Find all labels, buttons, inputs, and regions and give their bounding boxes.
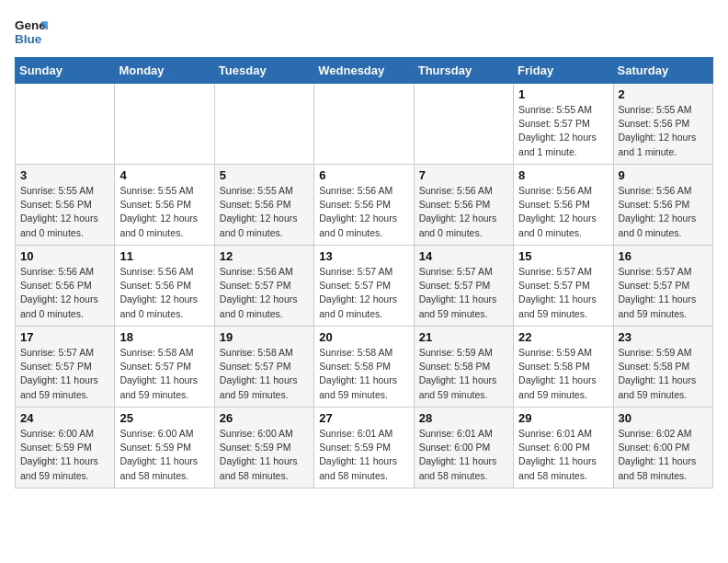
day-number: 14 xyxy=(419,249,508,263)
day-number: 26 xyxy=(220,411,309,425)
day-info: Sunrise: 5:59 AM Sunset: 5:58 PM Dayligh… xyxy=(619,346,708,402)
day-info: Sunrise: 5:55 AM Sunset: 5:56 PM Dayligh… xyxy=(119,184,209,240)
day-info: Sunrise: 5:58 AM Sunset: 5:57 PM Dayligh… xyxy=(220,346,309,402)
day-number: 9 xyxy=(619,168,708,182)
calendar-table: SundayMondayTuesdayWednesdayThursdayFrid… xyxy=(15,57,713,488)
day-number: 18 xyxy=(119,330,209,344)
day-number: 19 xyxy=(220,330,309,344)
calendar-cell: 14Sunrise: 5:57 AM Sunset: 5:57 PM Dayli… xyxy=(414,246,513,327)
day-number: 20 xyxy=(319,330,408,344)
svg-text:Blue: Blue xyxy=(15,32,42,46)
logo: General Blue xyxy=(15,15,48,48)
day-number: 17 xyxy=(20,330,109,344)
calendar-cell: 3Sunrise: 5:55 AM Sunset: 5:56 PM Daylig… xyxy=(16,165,115,246)
day-info: Sunrise: 5:57 AM Sunset: 5:57 PM Dayligh… xyxy=(20,346,109,402)
day-number: 4 xyxy=(119,168,209,182)
calendar-cell: 27Sunrise: 6:01 AM Sunset: 5:59 PM Dayli… xyxy=(314,408,414,488)
calendar-week-1: 1Sunrise: 5:55 AM Sunset: 5:57 PM Daylig… xyxy=(16,84,713,165)
day-info: Sunrise: 6:02 AM Sunset: 6:00 PM Dayligh… xyxy=(619,427,708,483)
calendar-cell xyxy=(314,84,414,165)
calendar-cell: 6Sunrise: 5:56 AM Sunset: 5:56 PM Daylig… xyxy=(314,165,414,246)
day-info: Sunrise: 5:57 AM Sunset: 5:57 PM Dayligh… xyxy=(619,265,708,321)
calendar-cell: 4Sunrise: 5:55 AM Sunset: 5:56 PM Daylig… xyxy=(115,165,214,246)
calendar-cell: 13Sunrise: 5:57 AM Sunset: 5:57 PM Dayli… xyxy=(314,246,414,327)
column-header-wednesday: Wednesday xyxy=(314,58,414,84)
column-header-friday: Friday xyxy=(514,58,613,84)
day-number: 5 xyxy=(220,168,309,182)
day-number: 10 xyxy=(20,249,109,263)
day-info: Sunrise: 5:56 AM Sunset: 5:56 PM Dayligh… xyxy=(20,265,109,321)
day-number: 12 xyxy=(220,249,309,263)
day-info: Sunrise: 5:56 AM Sunset: 5:56 PM Dayligh… xyxy=(518,184,608,240)
calendar-cell: 8Sunrise: 5:56 AM Sunset: 5:56 PM Daylig… xyxy=(514,165,613,246)
day-number: 3 xyxy=(20,168,109,182)
day-info: Sunrise: 5:56 AM Sunset: 5:56 PM Dayligh… xyxy=(419,184,508,240)
calendar-cell: 26Sunrise: 6:00 AM Sunset: 5:59 PM Dayli… xyxy=(214,408,313,488)
calendar-cell: 23Sunrise: 5:59 AM Sunset: 5:58 PM Dayli… xyxy=(613,327,712,408)
calendar-cell: 22Sunrise: 5:59 AM Sunset: 5:58 PM Dayli… xyxy=(514,327,613,408)
day-number: 16 xyxy=(619,249,708,263)
day-number: 13 xyxy=(319,249,408,263)
day-number: 11 xyxy=(119,249,209,263)
day-number: 24 xyxy=(20,411,109,425)
calendar-cell: 19Sunrise: 5:58 AM Sunset: 5:57 PM Dayli… xyxy=(214,327,313,408)
calendar-cell xyxy=(414,84,513,165)
day-info: Sunrise: 5:56 AM Sunset: 5:56 PM Dayligh… xyxy=(319,184,408,240)
calendar-week-2: 3Sunrise: 5:55 AM Sunset: 5:56 PM Daylig… xyxy=(16,165,713,246)
day-number: 28 xyxy=(419,411,508,425)
day-info: Sunrise: 6:00 AM Sunset: 5:59 PM Dayligh… xyxy=(119,427,209,483)
calendar-cell: 15Sunrise: 5:57 AM Sunset: 5:57 PM Dayli… xyxy=(514,246,613,327)
day-number: 7 xyxy=(419,168,508,182)
column-header-thursday: Thursday xyxy=(414,58,513,84)
calendar-cell: 16Sunrise: 5:57 AM Sunset: 5:57 PM Dayli… xyxy=(613,246,712,327)
column-header-tuesday: Tuesday xyxy=(214,58,313,84)
column-header-sunday: Sunday xyxy=(16,58,115,84)
calendar-cell: 28Sunrise: 6:01 AM Sunset: 6:00 PM Dayli… xyxy=(414,408,513,488)
day-number: 23 xyxy=(619,330,708,344)
day-number: 25 xyxy=(119,411,209,425)
calendar-cell: 2Sunrise: 5:55 AM Sunset: 5:56 PM Daylig… xyxy=(613,84,712,165)
calendar-cell xyxy=(214,84,313,165)
header: General Blue xyxy=(15,15,713,48)
day-number: 22 xyxy=(518,330,608,344)
calendar-cell: 25Sunrise: 6:00 AM Sunset: 5:59 PM Dayli… xyxy=(115,408,214,488)
day-info: Sunrise: 5:56 AM Sunset: 5:57 PM Dayligh… xyxy=(220,265,309,321)
day-info: Sunrise: 5:59 AM Sunset: 5:58 PM Dayligh… xyxy=(419,346,508,402)
day-info: Sunrise: 5:55 AM Sunset: 5:57 PM Dayligh… xyxy=(518,103,608,159)
day-number: 27 xyxy=(319,411,408,425)
day-info: Sunrise: 6:00 AM Sunset: 5:59 PM Dayligh… xyxy=(20,427,109,483)
calendar-cell: 18Sunrise: 5:58 AM Sunset: 5:57 PM Dayli… xyxy=(115,327,214,408)
day-number: 8 xyxy=(518,168,608,182)
day-info: Sunrise: 6:01 AM Sunset: 5:59 PM Dayligh… xyxy=(319,427,408,483)
calendar-cell: 24Sunrise: 6:00 AM Sunset: 5:59 PM Dayli… xyxy=(16,408,115,488)
day-number: 6 xyxy=(319,168,408,182)
day-info: Sunrise: 5:55 AM Sunset: 5:56 PM Dayligh… xyxy=(619,103,708,159)
calendar-cell: 7Sunrise: 5:56 AM Sunset: 5:56 PM Daylig… xyxy=(414,165,513,246)
day-info: Sunrise: 6:01 AM Sunset: 6:00 PM Dayligh… xyxy=(518,427,608,483)
day-number: 1 xyxy=(518,87,608,101)
calendar-page: General Blue SundayMondayTuesdayWednesda… xyxy=(0,0,728,503)
day-info: Sunrise: 5:58 AM Sunset: 5:58 PM Dayligh… xyxy=(319,346,408,402)
day-info: Sunrise: 5:55 AM Sunset: 5:56 PM Dayligh… xyxy=(220,184,309,240)
calendar-cell: 5Sunrise: 5:55 AM Sunset: 5:56 PM Daylig… xyxy=(214,165,313,246)
calendar-cell: 1Sunrise: 5:55 AM Sunset: 5:57 PM Daylig… xyxy=(514,84,613,165)
calendar-cell: 30Sunrise: 6:02 AM Sunset: 6:00 PM Dayli… xyxy=(613,408,712,488)
calendar-cell xyxy=(115,84,214,165)
day-info: Sunrise: 6:00 AM Sunset: 5:59 PM Dayligh… xyxy=(220,427,309,483)
calendar-cell: 21Sunrise: 5:59 AM Sunset: 5:58 PM Dayli… xyxy=(414,327,513,408)
calendar-week-3: 10Sunrise: 5:56 AM Sunset: 5:56 PM Dayli… xyxy=(16,246,713,327)
day-info: Sunrise: 5:55 AM Sunset: 5:56 PM Dayligh… xyxy=(20,184,109,240)
calendar-cell: 29Sunrise: 6:01 AM Sunset: 6:00 PM Dayli… xyxy=(514,408,613,488)
calendar-header-row: SundayMondayTuesdayWednesdayThursdayFrid… xyxy=(16,58,713,84)
day-info: Sunrise: 5:56 AM Sunset: 5:56 PM Dayligh… xyxy=(619,184,708,240)
day-number: 29 xyxy=(518,411,608,425)
calendar-cell: 17Sunrise: 5:57 AM Sunset: 5:57 PM Dayli… xyxy=(16,327,115,408)
day-info: Sunrise: 6:01 AM Sunset: 6:00 PM Dayligh… xyxy=(419,427,508,483)
calendar-cell: 20Sunrise: 5:58 AM Sunset: 5:58 PM Dayli… xyxy=(314,327,414,408)
calendar-week-4: 17Sunrise: 5:57 AM Sunset: 5:57 PM Dayli… xyxy=(16,327,713,408)
day-number: 2 xyxy=(619,87,708,101)
day-info: Sunrise: 5:57 AM Sunset: 5:57 PM Dayligh… xyxy=(319,265,408,321)
calendar-cell: 12Sunrise: 5:56 AM Sunset: 5:57 PM Dayli… xyxy=(214,246,313,327)
day-info: Sunrise: 5:58 AM Sunset: 5:57 PM Dayligh… xyxy=(119,346,209,402)
calendar-cell: 9Sunrise: 5:56 AM Sunset: 5:56 PM Daylig… xyxy=(613,165,712,246)
